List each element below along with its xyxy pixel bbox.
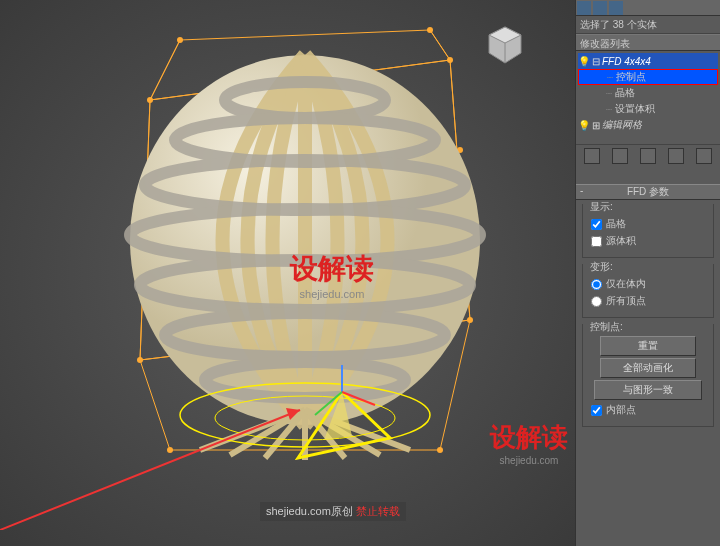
source-volume-checkbox[interactable] [591, 236, 602, 247]
animate-all-button[interactable]: 全部动画化 [600, 358, 697, 378]
svg-point-29 [467, 317, 473, 323]
svg-point-26 [137, 357, 143, 363]
svg-point-17 [447, 57, 453, 63]
modifier-control-points[interactable]: ┈控制点 [578, 69, 718, 85]
lattice-checkbox[interactable] [591, 219, 602, 230]
bulb-icon[interactable]: 💡 [578, 120, 590, 131]
tab-icon[interactable] [609, 1, 623, 15]
configure-icon[interactable] [696, 148, 712, 164]
modifier-edit-mesh[interactable]: 💡 ⊞ 编辑网格 [578, 117, 718, 133]
tab-icon[interactable] [577, 1, 591, 15]
show-result-icon[interactable] [612, 148, 628, 164]
svg-point-31 [427, 27, 433, 33]
match-shape-button[interactable]: 与图形一致 [594, 380, 702, 400]
pin-stack-icon[interactable] [584, 148, 600, 164]
svg-point-32 [167, 447, 173, 453]
modifier-stack[interactable]: 💡 ⊟ FFD 4x4x4 ┈控制点 ┈晶格 ┈设置体积 💡 ⊞ 编辑网格 [576, 51, 720, 136]
svg-line-8 [150, 40, 180, 100]
remove-icon[interactable] [668, 148, 684, 164]
rollout-ffd-params[interactable]: -FFD 参数 [576, 184, 720, 200]
viewport-3d[interactable]: 设解读 shejiedu.com 设解读 shejiedu.com shejie… [0, 0, 575, 546]
svg-point-14 [147, 97, 153, 103]
display-group: 显示: 晶格 源体积 [582, 204, 714, 258]
tab-icon[interactable] [593, 1, 607, 15]
svg-point-30 [177, 37, 183, 43]
footer-watermark: shejiedu.com原创 禁止转载 [260, 502, 406, 521]
modifier-ffd[interactable]: 💡 ⊟ FFD 4x4x4 [578, 53, 718, 69]
modify-panel: 选择了 38 个实体 修改器列表 💡 ⊟ FFD 4x4x4 ┈控制点 ┈晶格 … [575, 0, 720, 546]
ffd-model[interactable] [80, 20, 500, 460]
modifier-stack-buttons [576, 144, 720, 166]
svg-line-9 [430, 30, 450, 60]
expand-icon[interactable]: ⊞ [590, 120, 602, 131]
bulb-icon[interactable]: 💡 [578, 56, 590, 67]
control-points-group: 控制点: 重置 全部动画化 与图形一致 内部点 [582, 324, 714, 427]
expand-icon[interactable]: ⊟ [590, 56, 602, 67]
unique-icon[interactable] [640, 148, 656, 164]
watermark: 设解读 shejiedu.com [490, 420, 568, 466]
modifier-set-volume[interactable]: ┈设置体积 [578, 101, 718, 117]
inside-points-checkbox[interactable] [591, 405, 602, 416]
modifier-lattice[interactable]: ┈晶格 [578, 85, 718, 101]
svg-point-33 [437, 447, 443, 453]
in-volume-radio[interactable] [591, 279, 602, 290]
selection-status: 选择了 38 个实体 [576, 16, 720, 34]
deform-group: 变形: 仅在体内 所有顶点 [582, 264, 714, 318]
panel-tabs[interactable] [576, 0, 720, 16]
reset-button[interactable]: 重置 [600, 336, 697, 356]
all-verts-radio[interactable] [591, 296, 602, 307]
modifier-list-dropdown[interactable]: 修改器列表 [576, 34, 720, 51]
